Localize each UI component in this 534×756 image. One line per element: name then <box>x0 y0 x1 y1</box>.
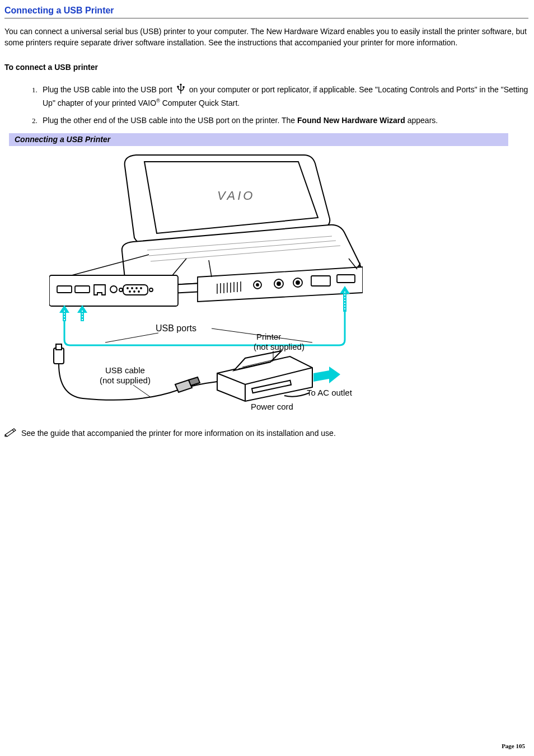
svg-rect-10 <box>123 285 148 295</box>
procedure-steps: Plug the USB cable into the USB port on … <box>4 83 528 126</box>
svg-rect-7 <box>57 286 72 293</box>
svg-rect-1 <box>182 86 184 88</box>
svg-point-15 <box>129 291 130 292</box>
svg-point-18 <box>119 288 123 292</box>
page-title: Connecting a USB Printer <box>4 4 528 17</box>
footnote: See the guide that accompanied the print… <box>4 427 528 440</box>
label-usb-ports: USB ports <box>156 323 196 333</box>
svg-rect-54 <box>54 348 64 364</box>
step-1-text-c: Computer Quick Start. <box>160 98 240 107</box>
svg-point-12 <box>132 288 133 289</box>
svg-point-33 <box>277 282 280 285</box>
label-printer-sub: (not supplied) <box>254 342 305 351</box>
connection-diagram: VAIO <box>49 149 528 416</box>
svg-line-56 <box>133 385 150 397</box>
svg-point-19 <box>149 288 153 292</box>
note-icon <box>4 427 17 440</box>
svg-marker-53 <box>313 367 340 383</box>
step-2: Plug the other end of the USB cable into… <box>39 115 528 126</box>
label-usb-cable-sub: (not supplied) <box>100 375 151 385</box>
svg-point-31 <box>256 284 259 286</box>
step-2-bold: Found New Hardware Wizard <box>297 116 405 125</box>
svg-rect-36 <box>311 276 330 286</box>
step-2-text-a: Plug the other end of the USB cable into… <box>43 116 297 125</box>
svg-point-14 <box>140 288 142 289</box>
svg-rect-37 <box>337 275 355 283</box>
label-power-cord: Power cord <box>251 402 293 411</box>
step-2-text-b: appears. <box>405 116 438 125</box>
intro-paragraph: You can connect a universal serial bus (… <box>4 26 528 48</box>
label-printer: Printer <box>256 332 281 341</box>
svg-rect-8 <box>75 286 90 293</box>
step-1-text-a: Plug the USB cable into the USB port <box>43 85 175 94</box>
svg-text:VAIO: VAIO <box>217 189 255 203</box>
footnote-text: See the guide that accompanied the print… <box>21 428 336 437</box>
title-rule <box>4 18 528 18</box>
svg-point-0 <box>180 84 181 86</box>
svg-point-17 <box>138 291 139 292</box>
registered-mark: ® <box>156 98 160 104</box>
step-1: Plug the USB cable into the USB port on … <box>39 83 528 109</box>
label-ac-outlet: To AC outlet <box>307 388 353 397</box>
figure-caption: Connecting a USB Printer <box>9 133 508 147</box>
svg-rect-55 <box>56 344 62 350</box>
svg-point-11 <box>127 288 128 289</box>
procedure-subhead: To connect a USB printer <box>4 62 528 73</box>
svg-point-16 <box>134 291 135 292</box>
usb-icon <box>176 83 186 97</box>
svg-point-9 <box>110 286 117 293</box>
label-usb-cable: USB cable <box>105 365 145 375</box>
svg-line-49 <box>105 333 158 342</box>
svg-point-13 <box>136 288 137 289</box>
svg-point-35 <box>296 281 299 284</box>
